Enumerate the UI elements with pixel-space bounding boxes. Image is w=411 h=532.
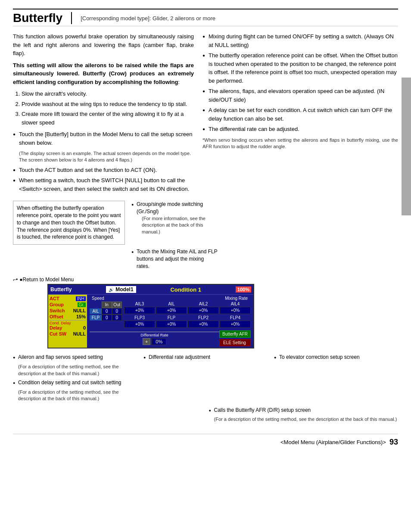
diff-adjustment-note: Differential rate adjustment: [143, 354, 268, 361]
mixing-callout: Touch the Mixing Rate AIL and FLP button…: [131, 248, 218, 270]
footer-text: <Model Menu (Airplane/Glider Functions)>: [280, 439, 386, 445]
diff-plus-btn[interactable]: +: [143, 338, 150, 345]
diff-value: 0%: [152, 338, 166, 345]
afr-note: Calls the Butterfly AFR (D/R) setup scre…: [209, 407, 399, 414]
bottom-annotations: Aileron and flap servos speed setting (F…: [13, 354, 398, 404]
speed-label: Speed: [92, 296, 104, 301]
return-label: ⌐• ●Return to Model Menu: [13, 277, 398, 283]
para2: This setting will allow the ailerons to …: [13, 61, 194, 87]
right-column: Mixing during flight can be turned ON/OF…: [202, 32, 398, 196]
small-note-1: (The display screen is an example. The a…: [19, 150, 194, 164]
speed-header-in: In: [102, 302, 112, 308]
diff-rate-label: Differential Rate: [90, 332, 219, 337]
footer: <Model Menu (Airplane/Glider Functions)>…: [13, 434, 398, 447]
screen-model: 🔊 Model1: [106, 286, 136, 293]
bullet-offset: The butterfly operation reference point …: [202, 51, 398, 85]
mixing-grid: AIL3 AIL AIL2 AIL4 +0% +0% +0% +0%: [124, 302, 251, 328]
bullet-diff: The differential rate can be adjusted.: [202, 125, 398, 134]
mixing-header-flp: FLP3 FLP FLP2 FLP4: [124, 315, 251, 320]
left-column: This function allows powerful brake oper…: [13, 32, 194, 196]
offset-row: Offset 15%: [50, 314, 86, 319]
left-annotations: When offsetting the butterfly operation …: [13, 201, 125, 272]
flp-speed-row: FLP 0 0: [90, 314, 122, 321]
page-header: Butterfly [Corresponding model type]: Gl…: [13, 9, 398, 26]
mixing-data-ail: +0% +0% +0% +0%: [124, 307, 251, 314]
labels-row: Speed Mixing Rate: [88, 296, 252, 301]
condition-delay-note-small: (For a description of the setting method…: [18, 389, 137, 402]
elevator-note: To elevator correction setup screen: [274, 354, 398, 361]
right-annotations: Group/single mode switching (Gr./Sngl) (…: [131, 201, 218, 272]
act-row: ACT INH: [50, 296, 86, 301]
bullet-delay: A delay can be set for each condition. A…: [202, 106, 398, 123]
bullet-switch: When setting a switch, touch the SWITCH …: [13, 176, 194, 193]
bullet-list-left: Touch the [Butterfly] button in the Mode…: [13, 130, 194, 147]
list-item-2: Provide washout at the wing tips to redu…: [22, 100, 194, 109]
screen-section: ⌐• ●Return to Model Menu Butterfly 🔊 Mod…: [13, 277, 398, 348]
screen-right-panel: Speed Mixing Rate In Out: [87, 295, 253, 348]
list-item-3: Create more lift toward the center of th…: [22, 110, 194, 127]
offset-callout-text: When offsetting the butterfly operation …: [17, 205, 121, 240]
ail-speed-row: AIL 0 0: [90, 308, 122, 314]
mixing-data-flp: +0% +0% +0% +0%: [124, 320, 251, 328]
switch-row: Switch NULL: [50, 308, 86, 313]
afr-note-small: (For a description of the setting method…: [214, 416, 399, 423]
screen-percent: 100%: [236, 286, 251, 292]
group-callout: Group/single mode switching (Gr./Sngl) (…: [131, 201, 218, 235]
numbered-list: Slow the aircraft's velocity. Provide wa…: [22, 90, 194, 127]
list-item-1: Slow the aircraft's velocity.: [22, 90, 194, 98]
condition-delay-note: Condition delay setting and cut switch s…: [13, 379, 137, 386]
aileron-speed-note: Aileron and flap servos speed setting: [13, 354, 137, 361]
bullet-list-right: Mixing during flight can be turned ON/OF…: [202, 32, 398, 134]
main-content: This function allows powerful brake oper…: [13, 32, 398, 196]
ui-screen: Butterfly 🔊 Model1 Condition 1 100% ACT …: [47, 284, 254, 348]
asterisk-note: *When servo binding occurs when setting …: [202, 137, 398, 150]
bullet-act: Touch the ACT button and set the functio…: [13, 166, 194, 174]
speed-header-out: Out: [112, 302, 122, 308]
page-title: Butterfly: [13, 12, 72, 24]
cond-delay-label: Cond. Delay: [50, 320, 86, 325]
bottom-section: When offsetting the butterfly operation …: [13, 201, 398, 272]
group-row: Group Gr.: [50, 302, 86, 307]
return-arrow: ⌐•: [13, 277, 18, 283]
delay-row: Delay 0: [50, 325, 86, 330]
screen-body: ACT INH Group Gr. Switch NULL Offset: [48, 295, 253, 348]
screen-left-panel: ACT INH Group Gr. Switch NULL Offset: [48, 295, 87, 348]
mixing-header-ail: AIL3 AIL AIL2 AIL4: [124, 302, 251, 306]
afr-button[interactable]: Butterfly AFR: [219, 330, 251, 338]
cutsw-row: Cut SW NULL: [50, 331, 86, 336]
offset-callout: When offsetting the butterfly operation …: [13, 201, 125, 245]
bullet-mixing-onoff: Mixing during flight can be turned ON/OF…: [202, 32, 398, 49]
footer-page: 93: [389, 438, 398, 447]
bullet-list-left-2: Touch the ACT button and set the functio…: [13, 166, 194, 193]
screen-condition: Condition 1: [170, 286, 201, 293]
bullet-touch-butterfly: Touch the [Butterfly] button in the Mode…: [13, 130, 194, 147]
para1: This function allows powerful brake oper…: [13, 32, 194, 58]
bullet-speed: The ailerons, flaps, and elevators opera…: [202, 87, 398, 104]
screen-title-left: Butterfly: [50, 286, 72, 292]
bottom-annotations-2: Calls the Butterfly AFR (D/R) setup scre…: [13, 407, 398, 425]
sidebar-bar: [402, 78, 411, 215]
mixing-label: Mixing Rate: [225, 296, 248, 301]
aileron-speed-note-small: (For a description of the setting method…: [18, 364, 137, 377]
speed-box: In Out AIL 0 0 FLP 0: [90, 302, 122, 328]
ele-button[interactable]: ELE Setting: [219, 339, 251, 346]
page-subtitle: [Corresponding model type]: Glider, 2 ai…: [81, 15, 215, 22]
screen-header: Butterfly 🔊 Model1 Condition 1 100%: [48, 285, 253, 295]
